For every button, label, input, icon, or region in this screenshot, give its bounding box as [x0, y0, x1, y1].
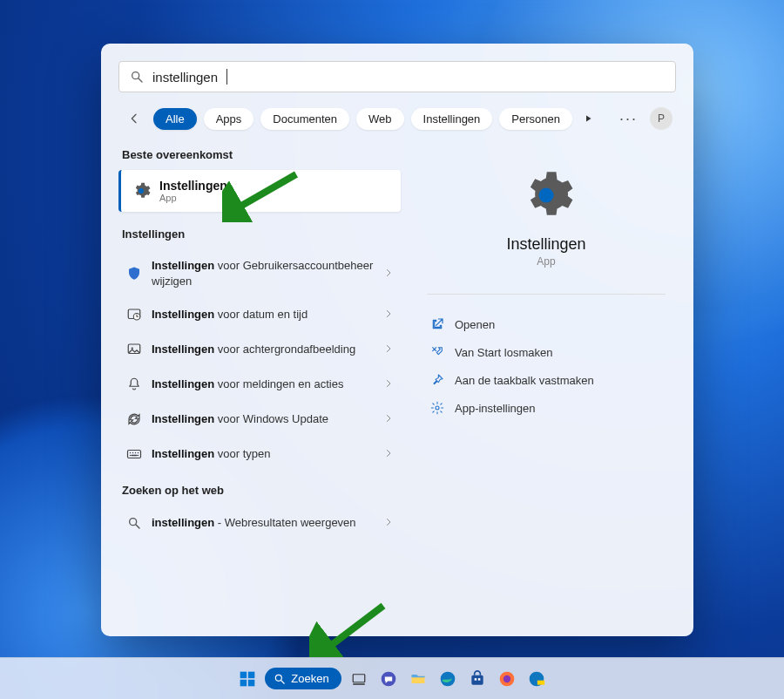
- svg-point-23: [504, 675, 510, 682]
- detail-pane: Instellingen App OpenenVan Start losmake…: [406, 143, 676, 631]
- svg-rect-15: [353, 674, 365, 682]
- taskbar-search-label: Zoeken: [291, 672, 328, 685]
- settings-result-item[interactable]: Instellingen voor Gebruikersaccountbehee…: [118, 249, 401, 297]
- result-text: Instellingen voor Windows Update: [152, 411, 375, 427]
- open-external-icon: [430, 317, 444, 331]
- clock-thumb-icon: [125, 306, 143, 323]
- detail-title: Instellingen: [506, 235, 585, 254]
- best-match-subtitle: App: [159, 193, 227, 203]
- detail-action-open-external[interactable]: Openen: [427, 310, 666, 338]
- task-view-button[interactable]: [347, 667, 371, 691]
- detail-action-pin[interactable]: Aan de taakbalk vastmaken: [427, 366, 666, 394]
- result-text: Instellingen voor achtergrondafbeelding: [152, 342, 375, 357]
- search-box[interactable]: instellingen: [118, 61, 676, 92]
- more-filters-button[interactable]: [579, 110, 597, 127]
- detail-subtitle: App: [537, 255, 555, 268]
- web-result-text: instellingen - Webresultaten weergeven: [152, 515, 375, 531]
- best-match-item[interactable]: Instellingen App: [118, 170, 401, 212]
- settings-result-item[interactable]: Instellingen voor Windows Update: [118, 402, 401, 437]
- store-icon[interactable]: [465, 667, 490, 691]
- search-icon: [130, 70, 144, 84]
- settings-result-item[interactable]: Instellingen voor achtergrondafbeelding: [118, 332, 401, 367]
- detail-action-gear[interactable]: App-instellingen: [427, 394, 666, 422]
- svg-rect-21: [478, 678, 481, 681]
- tab-personen[interactable]: Personen: [499, 108, 572, 130]
- settings-section-header: Instellingen: [122, 227, 397, 241]
- back-button[interactable]: [122, 106, 146, 131]
- edge-canary-icon[interactable]: [524, 667, 549, 691]
- filter-tabs-row: Alle Apps Documenten Web Instellingen Pe…: [122, 106, 672, 131]
- settings-result-item[interactable]: Instellingen voor datum en tijd: [118, 297, 401, 332]
- text-caret: [226, 69, 227, 85]
- chevron-right-icon: [383, 308, 394, 322]
- best-match-title: Instellingen: [159, 179, 227, 193]
- chevron-right-icon: [383, 343, 394, 356]
- action-label: Aan de taakbalk vastmaken: [455, 374, 594, 387]
- action-label: Van Start losmaken: [455, 346, 552, 359]
- result-text: Instellingen voor meldingen en acties: [152, 377, 375, 392]
- result-text: Instellingen voor typen: [152, 446, 375, 462]
- best-match-header: Beste overeenkomst: [122, 148, 397, 161]
- tab-alle[interactable]: Alle: [153, 108, 197, 130]
- sync-icon: [125, 411, 143, 428]
- overflow-menu[interactable]: ···: [614, 110, 643, 128]
- svg-rect-25: [537, 680, 544, 684]
- gear-icon: [132, 181, 151, 200]
- pin-icon: [430, 373, 444, 387]
- chevron-right-icon: [383, 516, 394, 530]
- svg-point-18: [440, 671, 455, 686]
- chevron-right-icon: [383, 377, 394, 391]
- gear-icon: [430, 401, 444, 415]
- settings-result-item[interactable]: Instellingen voor typen: [118, 437, 401, 472]
- action-label: Openen: [455, 318, 495, 331]
- result-text: Instellingen voor datum en tijd: [152, 307, 375, 322]
- web-section-header: Zoeken op het web: [122, 484, 397, 497]
- tab-apps[interactable]: Apps: [204, 108, 254, 130]
- chevron-right-icon: [383, 412, 394, 426]
- gear-icon: [518, 167, 574, 223]
- edge-icon[interactable]: [436, 667, 460, 691]
- tab-documenten[interactable]: Documenten: [260, 108, 349, 130]
- detail-action-unpin-start[interactable]: Van Start losmaken: [427, 338, 666, 366]
- tab-instellingen[interactable]: Instellingen: [411, 108, 493, 130]
- divider: [427, 294, 666, 295]
- svg-rect-19: [471, 675, 483, 684]
- svg-rect-20: [474, 678, 476, 681]
- firefox-icon[interactable]: [495, 667, 519, 691]
- taskbar: Zoeken: [0, 657, 784, 699]
- start-button[interactable]: [235, 667, 260, 691]
- settings-result-item[interactable]: Instellingen voor meldingen en acties: [118, 367, 401, 402]
- svg-rect-16: [353, 683, 365, 685]
- search-icon: [125, 514, 143, 532]
- shield-icon: [125, 265, 143, 282]
- action-label: App-instellingen: [455, 402, 536, 415]
- windows-search-panel: instellingen Alle Apps Documenten Web In…: [101, 44, 693, 636]
- keyboard-icon: [125, 445, 143, 463]
- web-result-item[interactable]: instellingen - Webresultaten weergeven: [118, 506, 401, 540]
- search-input-value: instellingen: [152, 70, 218, 85]
- bell-icon: [125, 376, 143, 393]
- result-text: Instellingen voor Gebruikersaccountbehee…: [152, 258, 375, 288]
- file-explorer-icon[interactable]: [406, 667, 430, 691]
- user-avatar[interactable]: P: [650, 107, 672, 130]
- chat-icon[interactable]: [376, 667, 401, 691]
- unpin-start-icon: [430, 345, 444, 359]
- chevron-right-icon: [383, 267, 394, 281]
- chevron-right-icon: [383, 447, 394, 461]
- taskbar-search-button[interactable]: Zoeken: [265, 668, 341, 689]
- picture-icon: [125, 341, 143, 358]
- results-column: Beste overeenkomst Instellingen App Inst…: [118, 143, 406, 631]
- tab-web[interactable]: Web: [356, 108, 404, 130]
